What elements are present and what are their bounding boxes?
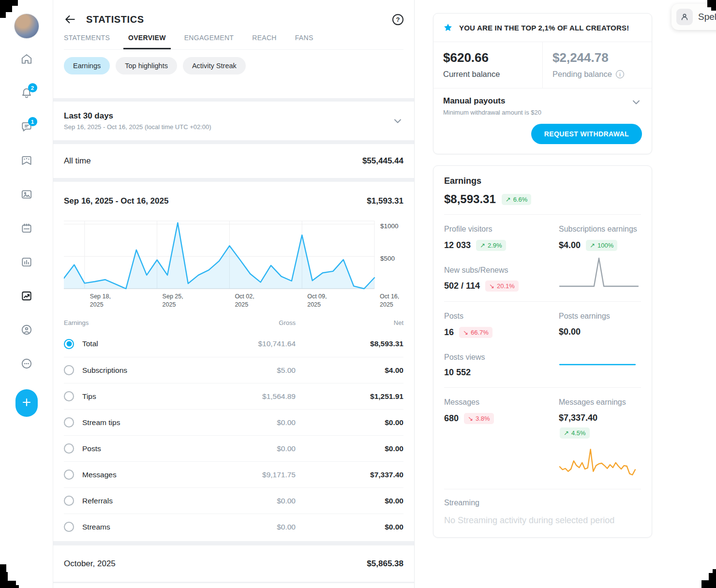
sidebar-item-queue[interactable] [20,222,33,235]
stat-messages-earnings: Messages earnings $7,337.40 ↗4.5% [559,397,641,479]
row-net-value: $0.00 [296,444,403,453]
chevron-down-icon[interactable] [630,96,642,108]
sidebar-item-collections[interactable] [20,154,33,167]
period-selector-card[interactable]: Last 30 days Sep 16, 2025 - Oct 16, 2025… [53,102,414,140]
messages-sparkline [559,446,636,479]
table-row-posts[interactable]: Posts$0.00$0.00 [64,435,403,461]
table-row-stream-tips[interactable]: Stream tips$0.00$0.00 [64,409,403,435]
svg-text:2025: 2025 [90,301,104,308]
avatar[interactable] [14,14,39,39]
sidebar-item-profile[interactable] [20,323,33,336]
table-row-messages[interactable]: Messages$9,171.75$7,337.40 [64,461,403,487]
earnings-panel-title: Earnings [444,166,641,186]
stat-posts-earnings: Posts earnings $0.00 [559,311,641,378]
row-gross-value: $0.00 [218,418,296,427]
row-net-value: $0.00 [296,497,403,505]
screen-corner-artifact [0,6,12,12]
period-subtitle: Sep 16, 2025 - Oct 16, 2025 (local time … [64,123,211,131]
sidebar-item-more[interactable] [20,357,33,370]
screen-corner-artifact [0,12,6,18]
row-label: Referrals [82,497,218,505]
radio-subscriptions[interactable] [64,365,74,375]
filter-activity-streak[interactable]: Activity Streak [183,57,246,74]
main-column: STATISTICS ? STATEMENTS OVERVIEW ENGAGEM… [53,0,415,588]
new-post-button[interactable] [15,389,38,417]
more-icon [20,357,33,370]
radio-posts[interactable] [64,443,74,454]
manual-payouts[interactable]: Manual payouts Minimum withdrawal amount… [433,88,652,116]
help-icon[interactable]: ? [392,14,403,25]
table-header-net: Net [296,319,403,326]
october-card: October, 2025 $5,865.38 [53,545,414,582]
row-gross-value: $0.00 [218,444,296,453]
row-net-value: $8,593.31 [296,339,403,348]
radio-tips[interactable] [64,391,74,401]
stat-profile-visitors: Profile visitors 12 033 ↗2.9% [444,224,554,251]
spell-widget-label: Spel [698,12,716,22]
info-icon[interactable]: i [616,70,624,78]
row-net-value: $1,251.91 [296,392,403,401]
row-gross-value: $0.00 [218,523,296,531]
tab-engagement[interactable]: ENGAGEMENT [184,34,234,49]
radio-messages[interactable] [64,470,74,480]
earnings-trend-badge: ↗6.6% [502,194,532,205]
sidebar-item-statements[interactable] [20,256,33,268]
sidebar-item-notifications[interactable]: 2 [20,87,33,99]
table-header: Earnings Gross Net [64,314,403,331]
calendar-icon [20,222,33,235]
tab-bar: STATEMENTS OVERVIEW ENGAGEMENT REACH FAN… [64,34,403,49]
back-arrow-icon[interactable] [64,13,76,26]
table-row-tips[interactable]: Tips$1,564.89$1,251.91 [64,383,403,409]
up-arrow-icon: ↗ [480,242,485,249]
request-withdrawal-button[interactable]: REQUEST WITHDRAWAL [531,124,642,144]
earnings-panel-amount: $8,593.31 [444,192,496,206]
section-messages: Messages 680 ↘3.8% Messages earnings $7,… [444,387,641,489]
tab-statements[interactable]: STATEMENTS [64,34,110,49]
table-row-total[interactable]: Total$10,741.64$8,593.31 [64,331,403,357]
earnings-chart-card: Sep 16, 2025 - Oct 16, 2025 $1,593.31 $1… [53,182,414,541]
statistics-header-card: STATISTICS ? STATEMENTS OVERVIEW ENGAGEM… [53,0,414,98]
row-net-value: $4.00 [296,366,403,375]
sidebar-item-messages[interactable]: 1 [20,120,33,133]
filter-earnings[interactable]: Earnings [64,57,110,74]
image-icon [20,188,33,201]
screen-corner-artifact [0,581,16,585]
row-label: Messages [82,470,218,479]
current-balance: $620.66 Current balance [433,42,542,88]
radio-streams[interactable] [64,522,74,532]
tab-fans[interactable]: FANS [295,34,313,49]
screen-corner-artifact [0,0,18,6]
notifications-badge: 2 [28,83,37,92]
row-gross-value: $5.00 [218,366,296,375]
screen-corner-artifact [0,585,19,588]
trend-badge: ↗100% [586,240,617,251]
svg-text:Oct 09,: Oct 09, [307,293,327,300]
all-time-label: All time [64,156,91,166]
row-gross-value: $9,171.75 [218,470,296,479]
filter-top-highlights[interactable]: Top highlights [116,57,177,74]
table-row-streams[interactable]: Streams$0.00$0.00 [64,514,403,540]
radio-total[interactable] [64,339,74,349]
tab-reach[interactable]: REACH [252,34,277,49]
streaming-empty-text: No Streaming activity during selected pe… [444,515,641,528]
sidebar-item-home[interactable] [20,53,33,65]
sidebar: 2 1 [0,0,53,588]
chevron-down-icon[interactable] [392,115,403,127]
radio-stream-tips[interactable] [64,417,74,427]
stat-posts-views: Posts views 10 552 [444,352,554,378]
range-title: Sep 16, 2025 - Oct 16, 2025 [64,196,168,206]
sidebar-item-vault[interactable] [20,188,33,201]
row-label: Streams [82,523,218,531]
tab-overview[interactable]: OVERVIEW [123,34,171,49]
trend-badge: ↘20.1% [485,280,519,292]
spell-widget[interactable]: Spel [671,4,716,30]
svg-text:2025: 2025 [163,301,176,308]
sidebar-item-statistics[interactable] [20,290,33,302]
up-arrow-icon: ↗ [564,429,569,437]
table-row-referrals[interactable]: Referrals$0.00$0.00 [64,487,403,514]
star-icon [443,23,453,32]
earnings-chart: $1000$500Sep 18,2025Sep 25,2025Oct 02,20… [64,220,403,313]
radio-referrals[interactable] [64,496,74,506]
table-row-subscriptions[interactable]: Subscriptions$5.00$4.00 [64,357,403,383]
svg-text:Oct 02,: Oct 02, [235,293,254,300]
